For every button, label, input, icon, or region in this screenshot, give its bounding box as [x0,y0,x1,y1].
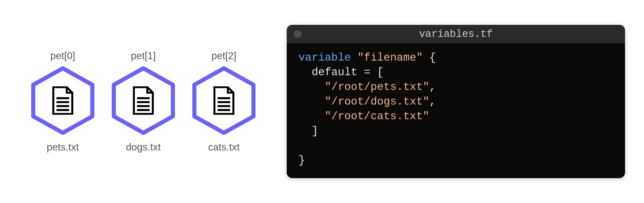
hexagon-icon [190,66,258,135]
code-array-value: "/root/cats.txt" [324,110,429,123]
code-array-value: "/root/pets.txt" [324,81,429,93]
resource-item: pet[1] dogs.txt [109,50,178,153]
code-brace-close: } [298,154,305,167]
editor-panel: variables.tf variable "filename" { defau… [287,25,625,178]
code-array-value: "/root/dogs.txt" [324,96,429,108]
resource-item: pet[2] cats.txt [190,50,258,153]
diagram-layout: pet[0] pets.txt [0,25,644,178]
editor-body: variable "filename" { default = [ "/root… [287,43,625,178]
code-block-name: "filename" [357,52,423,64]
resource-index-label: pet[1] [131,50,156,61]
hexagon-icon [28,66,97,135]
window-control-dot-icon [294,30,302,38]
resource-item: pet[0] pets.txt [28,50,97,153]
resource-index-label: pet[2] [211,50,236,61]
editor-filename: variables.tf [419,28,493,40]
resource-filename-label: pets.txt [47,142,79,153]
code-bracket-close: ] [312,125,318,137]
code-comma: , [429,96,436,108]
resource-index-label: pet[0] [50,50,75,61]
hexagon-icon [109,66,178,135]
resource-filename-label: cats.txt [208,142,240,153]
code-keyword: variable [298,52,351,64]
file-icon [212,86,236,115]
code-comma: , [429,81,436,93]
resources-panel: pet[0] pets.txt [19,25,258,178]
code-brace-open: { [429,52,436,64]
file-icon [51,86,75,115]
code-bracket-open: [ [377,66,384,79]
editor-titlebar: variables.tf [287,25,625,43]
code-prop: default [312,66,357,79]
file-icon [132,86,155,115]
code-eq: = [357,66,377,79]
editor-window: variables.tf variable "filename" { defau… [287,25,625,178]
resource-filename-label: dogs.txt [126,142,161,153]
